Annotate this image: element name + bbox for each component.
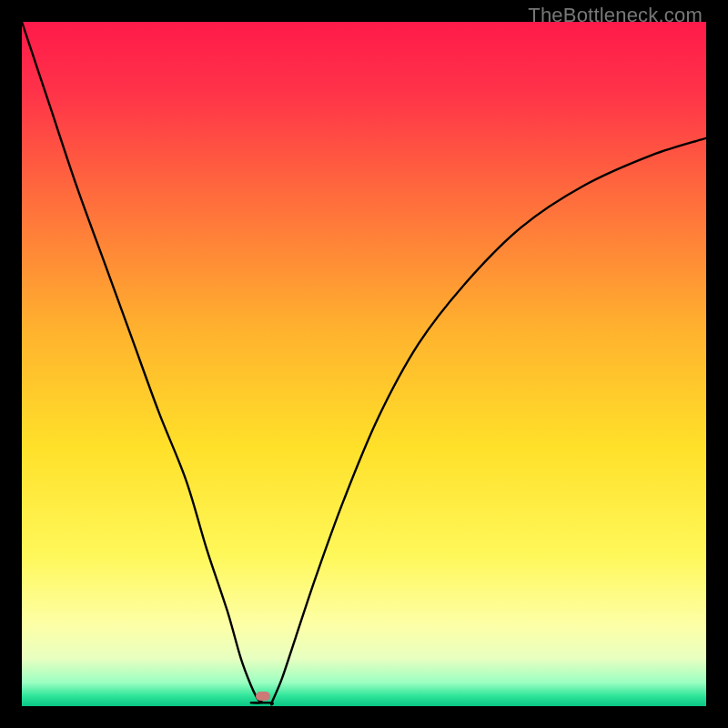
optimal-marker <box>256 692 270 701</box>
watermark-text: TheBottleneck.com <box>528 4 703 27</box>
bottleneck-curve <box>22 22 706 706</box>
